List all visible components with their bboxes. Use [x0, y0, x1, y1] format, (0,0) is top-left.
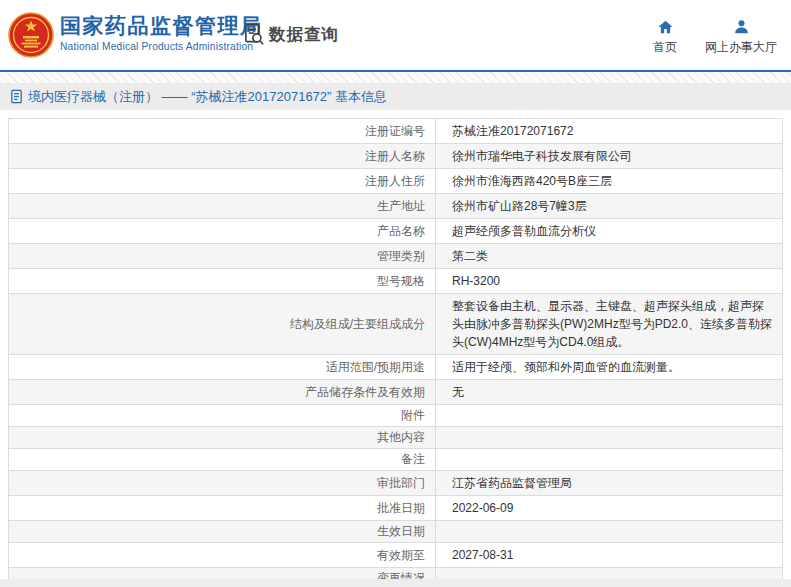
row-value: 江苏省药品监督管理局	[436, 471, 783, 496]
page-icon	[9, 89, 24, 104]
table-row: 产品名称超声经颅多普勒血流分析仪	[9, 219, 783, 244]
row-value	[436, 521, 783, 543]
row-label-text: 结构及组成/主要组成成分	[290, 316, 425, 333]
table-row: 审批部门江苏省药品监督管理局	[9, 471, 783, 496]
row-label-text: 注册证编号	[365, 123, 425, 140]
breadcrumb: 境内医疗器械（注册） —— “苏械注准20172071672” 基本信息	[28, 88, 387, 106]
row-label: 结构及组成/主要组成成分	[9, 294, 436, 355]
registration-detail-table-wrap: 注册证编号苏械注准20172071672注册人名称徐州市瑞华电子科技发展有限公司…	[8, 118, 783, 587]
row-label: 产品名称	[9, 219, 436, 244]
row-label: 审批部门	[9, 471, 436, 496]
table-row: 生效日期	[9, 521, 783, 543]
row-value: 徐州市淮海西路420号B座三层	[436, 169, 783, 194]
row-value: 苏械注准20172071672	[436, 119, 783, 144]
data-query-section[interactable]: 数据查询	[243, 23, 339, 46]
row-label: 生产地址	[9, 194, 436, 219]
row-label-text: 产品储存条件及有效期	[305, 384, 425, 401]
table-row: 注册人住所徐州市淮海西路420号B座三层	[9, 169, 783, 194]
agency-title-block: 国家药品监督管理局 National Medical Products Admi…	[60, 13, 263, 52]
top-nav: 首页 网上办事大厅	[653, 19, 777, 56]
page-header: 国家药品监督管理局 National Medical Products Admi…	[0, 0, 791, 70]
home-icon	[657, 19, 674, 35]
row-label: 型号规格	[9, 269, 436, 294]
nav-service-hall-label: 网上办事大厅	[705, 39, 777, 56]
table-row: 产品储存条件及有效期无	[9, 380, 783, 405]
table-row: 生产地址徐州市矿山路28号7幢3层	[9, 194, 783, 219]
row-label-text: 注册人住所	[365, 173, 425, 190]
row-label: 适用范围/预期用途	[9, 355, 436, 380]
table-row: 型号规格RH-3200	[9, 269, 783, 294]
row-label: 有效期至	[9, 543, 436, 568]
person-icon	[733, 19, 750, 35]
row-label-text: 生效日期	[377, 523, 425, 540]
row-value	[436, 405, 783, 427]
row-label-text: 附件	[401, 407, 425, 424]
row-label: 附件	[9, 405, 436, 427]
row-label-text: 适用范围/预期用途	[326, 359, 425, 376]
row-value: 适用于经颅、颈部和外周血管的血流测量。	[436, 355, 783, 380]
table-row: 批准日期2022-06-09	[9, 496, 783, 521]
registration-detail-table: 注册证编号苏械注准20172071672注册人名称徐州市瑞华电子科技发展有限公司…	[8, 118, 783, 587]
table-row: 适用范围/预期用途适用于经颅、颈部和外周血管的血流测量。	[9, 355, 783, 380]
row-value	[436, 449, 783, 471]
table-row: 有效期至2027-08-31	[9, 543, 783, 568]
document-search-icon	[243, 23, 266, 46]
data-query-label: 数据查询	[269, 24, 339, 46]
row-label: 注册人名称	[9, 144, 436, 169]
row-value	[436, 427, 783, 449]
row-value: 超声经颅多普勒血流分析仪	[436, 219, 783, 244]
row-label-text: 生产地址	[377, 198, 425, 215]
row-value: 无	[436, 380, 783, 405]
row-label-text: 型号规格	[377, 273, 425, 290]
table-row: 备注	[9, 449, 783, 471]
nav-home[interactable]: 首页	[653, 19, 677, 56]
row-value: 徐州市矿山路28号7幢3层	[436, 194, 783, 219]
row-label: 备注	[9, 449, 436, 471]
breadcrumb-bar: 境内医疗器械（注册） —— “苏械注准20172071672” 基本信息	[0, 83, 791, 110]
row-value: 2027-08-31	[436, 543, 783, 568]
row-label-text: 其他内容	[377, 429, 425, 446]
row-label-text: 批准日期	[377, 500, 425, 517]
national-emblem-logo	[8, 12, 54, 58]
nav-service-hall[interactable]: 网上办事大厅	[705, 19, 777, 56]
table-row: 附件	[9, 405, 783, 427]
agency-title-cn: 国家药品监督管理局	[60, 13, 263, 39]
row-label: 生效日期	[9, 521, 436, 543]
table-row: 注册证编号苏械注准20172071672	[9, 119, 783, 144]
row-value: 2022-06-09	[436, 496, 783, 521]
table-row: 其他内容	[9, 427, 783, 449]
row-label: 批准日期	[9, 496, 436, 521]
row-label: 管理类别	[9, 244, 436, 269]
row-value: 徐州市瑞华电子科技发展有限公司	[436, 144, 783, 169]
row-value: 整套设备由主机、显示器、主键盘、超声探头组成，超声探头由脉冲多普勒探头(PW)2…	[436, 294, 783, 355]
row-label-text: 注册人名称	[365, 148, 425, 165]
row-value: RH-3200	[436, 269, 783, 294]
row-label-text: 审批部门	[377, 475, 425, 492]
table-row: 管理类别第二类	[9, 244, 783, 269]
nav-home-label: 首页	[653, 39, 677, 56]
row-label: 注册证编号	[9, 119, 436, 144]
row-label-text: 有效期至	[377, 547, 425, 564]
row-value: 第二类	[436, 244, 783, 269]
agency-title-en: National Medical Products Administration	[60, 41, 263, 52]
row-label: 产品储存条件及有效期	[9, 380, 436, 405]
row-label-text: 产品名称	[377, 223, 425, 240]
table-row: 注册人名称徐州市瑞华电子科技发展有限公司	[9, 144, 783, 169]
hatch-band	[0, 72, 791, 83]
row-label: 其他内容	[9, 427, 436, 449]
row-label-text: 管理类别	[377, 248, 425, 265]
row-label-text: 备注	[401, 451, 425, 468]
row-label: 注册人住所	[9, 169, 436, 194]
table-row: 结构及组成/主要组成成分整套设备由主机、显示器、主键盘、超声探头组成，超声探头由…	[9, 294, 783, 355]
footer-strip	[0, 579, 791, 587]
national-emblem-icon	[8, 12, 54, 58]
